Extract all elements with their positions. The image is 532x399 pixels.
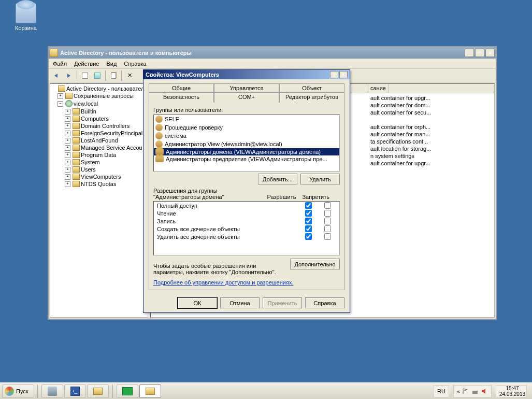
nav-forward-button[interactable] (63, 70, 75, 81)
groups-list[interactable]: SELFПрошедшие проверкусистемаАдминистрат… (153, 115, 340, 172)
titlebar[interactable]: Active Directory - пользователи и компью… (49, 47, 496, 59)
group-item[interactable]: SELF (154, 115, 339, 123)
expand-icon[interactable]: + (65, 131, 70, 136)
tab-general[interactable]: Общие (149, 83, 214, 92)
remove-button[interactable]: Удалить (300, 174, 340, 184)
tray-chevron-icon[interactable]: « (457, 388, 460, 394)
list-row[interactable]: ault container for dom... (370, 102, 492, 109)
language-indicator[interactable]: RU (434, 385, 449, 397)
list-row[interactable] (370, 116, 492, 123)
tree-item[interactable]: +Builtin (51, 108, 147, 115)
list-row[interactable]: ault container for upgr... (370, 160, 492, 167)
expand-icon[interactable]: + (65, 145, 70, 151)
nav-back-button[interactable] (51, 70, 62, 81)
tree-saved-queries[interactable]: + Сохраненные запросы (51, 92, 147, 99)
group-item[interactable]: Администратор View (viewadmin@view.local… (154, 140, 339, 148)
deny-checkbox[interactable] (324, 233, 331, 240)
cancel-button[interactable]: Отмена (220, 297, 260, 308)
sound-icon[interactable] (481, 388, 488, 395)
expand-icon[interactable]: + (65, 123, 70, 129)
group-item[interactable]: Прошедшие проверку (154, 123, 339, 132)
menu-help[interactable]: Справка (124, 61, 146, 67)
group-item[interactable]: Администраторы предприятия (VIEW\Админис… (154, 155, 339, 163)
expand-icon[interactable]: + (65, 167, 70, 173)
add-button[interactable]: Добавить... (258, 174, 297, 184)
list-row[interactable]: ault container for secu... (370, 109, 492, 116)
menu-action[interactable]: Действие (74, 61, 99, 67)
tray[interactable]: « (453, 385, 492, 397)
deny-checkbox[interactable] (324, 225, 331, 232)
dialog-titlebar[interactable]: Свойства: ViewComputers ? ✕ (143, 70, 350, 79)
paste-button[interactable] (108, 70, 119, 81)
tab-attribute-editor[interactable]: Редактор атрибутов (279, 92, 344, 103)
group-item[interactable]: Администраторы домена (VIEW\Администрато… (154, 148, 339, 155)
permissions-list[interactable]: Полный доступЧтениеЗаписьСоздать все доч… (153, 201, 340, 255)
list-row[interactable]: ault container for orph... (370, 123, 492, 131)
list-row[interactable]: n system settings (370, 152, 492, 160)
list-row[interactable]: ault location for storag... (370, 145, 492, 152)
expand-icon[interactable]: + (65, 138, 70, 144)
deny-checkbox[interactable] (324, 210, 331, 217)
ql-powershell[interactable]: ›_ (64, 384, 86, 398)
tree-item[interactable]: +Managed Service Accou (51, 144, 147, 151)
new-button[interactable] (79, 70, 91, 81)
tree-item[interactable]: +ForeignSecurityPrincipal (51, 130, 147, 137)
list-row[interactable]: ault container for man... (370, 131, 492, 138)
menu-file[interactable]: Файл (53, 61, 67, 67)
list-row[interactable]: ault container for upgr... (370, 94, 492, 102)
expand-icon[interactable]: + (65, 152, 70, 158)
flag-icon[interactable] (462, 388, 469, 395)
tree-item[interactable]: +Computers (51, 115, 147, 122)
allow-checkbox[interactable] (305, 233, 312, 240)
maximize-button[interactable]: □ (475, 49, 484, 57)
minimize-button[interactable]: _ (465, 49, 474, 57)
tree-item[interactable]: +Domain Controllers (51, 122, 147, 130)
tab-security[interactable]: Безопасность (149, 92, 214, 103)
start-button[interactable]: Пуск (2, 384, 34, 398)
task-aduc[interactable] (139, 384, 161, 398)
advanced-button[interactable]: Дополнительно (290, 259, 340, 269)
delete-button[interactable]: ✕ (124, 70, 135, 81)
deny-checkbox[interactable] (324, 218, 331, 224)
expand-icon[interactable]: + (65, 116, 70, 122)
tree-item[interactable]: +ViewComputers (51, 173, 147, 180)
properties-button[interactable] (92, 70, 103, 81)
list-row[interactable]: ta specifications cont... (370, 138, 492, 145)
ql-explorer[interactable] (87, 384, 109, 398)
tree-item[interactable]: +Program Data (51, 151, 147, 159)
help-link[interactable]: Подробнее об управлении доступом и разре… (153, 279, 293, 286)
menu-view[interactable]: Вид (106, 61, 117, 67)
network-icon[interactable] (471, 388, 479, 395)
close-button[interactable]: ✕ (339, 71, 348, 78)
tab-managed-by[interactable]: Управляется (214, 83, 279, 92)
tree-domain[interactable]: − view.local (51, 99, 147, 108)
help-button[interactable]: Справка (305, 297, 344, 308)
tree-item[interactable]: +System (51, 159, 147, 166)
allow-checkbox[interactable] (305, 218, 312, 224)
tree-item[interactable]: +NTDS Quotas (51, 180, 147, 188)
allow-checkbox[interactable] (305, 225, 312, 232)
expand-icon[interactable]: + (65, 181, 70, 187)
tree-root[interactable]: Active Directory - пользовател (51, 85, 147, 92)
allow-checkbox[interactable] (305, 210, 312, 217)
close-button[interactable]: ✕ (485, 49, 495, 57)
tab-object[interactable]: Объект (279, 83, 344, 92)
clock[interactable]: 15:47 24.03.2013 (496, 385, 527, 397)
deny-checkbox[interactable] (324, 202, 331, 209)
expand-icon[interactable]: + (57, 93, 63, 99)
group-item[interactable]: система (154, 132, 339, 140)
apply-button[interactable]: Применить (263, 297, 302, 308)
tab-com[interactable]: COM+ (214, 92, 279, 103)
task-system[interactable] (117, 384, 138, 398)
tree-item[interactable]: +LostAndFound (51, 137, 147, 144)
allow-checkbox[interactable] (305, 202, 312, 209)
help-button[interactable]: ? (330, 71, 338, 78)
ql-server-manager[interactable] (41, 384, 63, 398)
expand-icon[interactable]: + (65, 174, 70, 180)
recycle-bin[interactable]: Корзина (10, 3, 41, 31)
collapse-icon[interactable]: − (57, 101, 63, 107)
ok-button[interactable]: ОК (178, 297, 217, 308)
col-description[interactable]: сание (368, 84, 389, 93)
tree-item[interactable]: +Users (51, 166, 147, 173)
expand-icon[interactable]: + (65, 109, 70, 115)
